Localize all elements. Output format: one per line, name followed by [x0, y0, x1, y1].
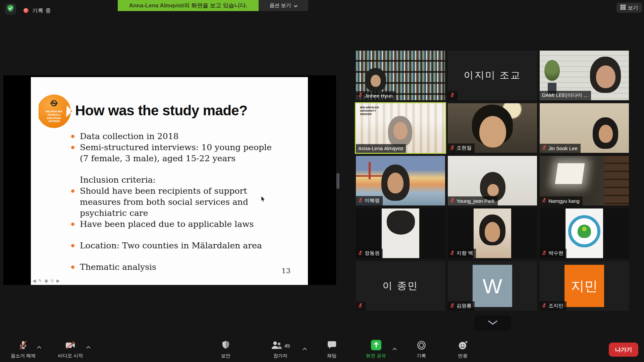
bullet-marker-icon [71, 265, 74, 269]
participant-tile[interactable]: 1967박수현 [540, 208, 629, 258]
participant-name-label: 조지민 [548, 303, 564, 309]
person-face [387, 173, 404, 193]
participant-name-tag: 박수현 [540, 249, 567, 258]
shield-icon [222, 341, 230, 351]
screen-viewing-banner: Anna-Lena Almqvist의 화면을 보고 있습니다. [118, 0, 259, 11]
mic-muted-icon [542, 303, 546, 309]
mic-muted-icon [450, 145, 454, 151]
participant-name-tag: 장동원 [356, 249, 383, 258]
reactions-icon [458, 341, 468, 351]
leave-meeting-button[interactable]: 나가기 [609, 343, 638, 357]
participant-tile[interactable]: Young_joon Park [448, 156, 537, 205]
prev-slide-icon[interactable]: ◀ [33, 278, 36, 283]
participant-tile[interactable]: Namgyu kang [540, 156, 629, 205]
participant-name-label: 이혜령 [365, 197, 380, 204]
recording-dot-icon [23, 8, 29, 13]
record-label: 기록 [417, 353, 426, 359]
person-silhouette [387, 210, 415, 235]
participant-tile[interactable]: DAMI LEE(이다미 ... [540, 51, 629, 100]
bullet-text: Semi-structured interviews: 10 young peo… [80, 142, 272, 153]
nav-menu-icon[interactable]: ◉ [44, 278, 48, 283]
video-off-icon [65, 341, 76, 350]
view-button[interactable]: 보기 [616, 3, 642, 13]
participant-center-name: 이 종민 [356, 261, 445, 311]
bullet-marker-icon [71, 135, 74, 138]
participant-tile[interactable]: Jinhee Hyun [356, 51, 445, 100]
record-button[interactable]: 기록 [408, 340, 435, 359]
bullet-text: Should have been recipients of support m… [80, 185, 272, 219]
share-label: 화면 공유 [366, 353, 386, 359]
participant-name-tag: 지향 백 [448, 249, 476, 258]
participant-center-name: 이지미 조교 [448, 51, 537, 100]
reactions-button[interactable]: 반응 [449, 340, 476, 359]
share-chevron-up-icon[interactable] [392, 346, 397, 352]
participant-tile[interactable]: MÄLARDALEN UNIVERSITY SWEDENAnna-Lena Al… [356, 103, 445, 153]
participants-icon [271, 341, 282, 351]
participant-name-tag [448, 91, 458, 100]
logo-year: 1967 [578, 235, 591, 237]
potted-tree [544, 60, 560, 81]
slide-bullet-item: (7 female, 3 male), aged 15-22 years [71, 153, 272, 164]
panel-resize-handle[interactable] [337, 173, 339, 189]
participants-label: 참가자 [273, 353, 287, 359]
person-face [371, 75, 381, 87]
gallery-collapse-button[interactable] [474, 315, 511, 330]
participant-tile[interactable]: 조현철 [448, 103, 537, 153]
bullet-text: Inclusion criteria: [80, 174, 156, 185]
mute-button[interactable]: 음소거 해제 [6, 340, 40, 359]
participant-tile[interactable]: 지민조지민 [540, 261, 629, 311]
mic-muted-icon [542, 198, 546, 204]
chat-button[interactable]: 채팅 [318, 340, 345, 359]
chevron-down-icon [294, 3, 298, 8]
view-button-label: 보기 [628, 5, 638, 11]
bookshelf-strip [605, 156, 629, 205]
security-button[interactable]: 보안 [212, 340, 239, 359]
next-slide-icon[interactable]: ▶ [56, 278, 60, 283]
mic-muted-icon [542, 250, 546, 256]
participant-name-tag: 김원룡 [448, 301, 475, 311]
chat-label: 채팅 [327, 353, 336, 359]
participant-tile[interactable]: 이혜령 [356, 156, 445, 205]
mute-label: 음소거 해제 [11, 353, 36, 359]
mic-muted-icon [450, 250, 454, 256]
participants-button[interactable]: 45참가자 [262, 340, 299, 359]
participant-name-label: 지향 백 [457, 250, 473, 256]
participant-tile[interactable]: W김원룡 [448, 261, 537, 311]
person-face [599, 125, 613, 143]
participants-chevron-up-icon[interactable] [303, 346, 307, 352]
share-screen-icon [371, 340, 381, 351]
participant-name-tag: 조현철 [448, 143, 475, 153]
university-logo: MÄLARDALENS HÖGSKOLA ESKILSTUNA VÄSTERÅS [39, 93, 72, 133]
participant-name-label: 조현철 [457, 145, 472, 151]
participant-tile[interactable]: 지향 백 [448, 208, 537, 258]
bullet-marker-icon [71, 244, 74, 247]
chat-icon [327, 341, 336, 350]
shield-check-icon [7, 4, 14, 14]
participant-name-tag: 이혜령 [356, 196, 383, 205]
video-button[interactable]: 비디오 시작 [54, 340, 87, 359]
security-shield-button[interactable] [5, 3, 16, 15]
participant-tile[interactable]: 장동원 [356, 208, 445, 258]
presentation-slide: MÄLARDALENS HÖGSKOLA ESKILSTUNA VÄSTERÅS… [31, 77, 308, 285]
slideshow-nav-controls[interactable]: ◀ ✎ ◉ ⊙ ▶ [33, 278, 60, 283]
mic-muted-icon [542, 145, 546, 151]
video-chevron-up-icon[interactable] [86, 344, 91, 350]
share-button[interactable]: 화면 공유 [359, 340, 393, 359]
pen-tool-icon[interactable]: ✎ [38, 278, 42, 283]
ceiling-light [555, 163, 585, 184]
mic-muted-icon [450, 303, 454, 309]
participant-name-label: 김원룡 [457, 303, 472, 309]
participant-tile[interactable]: Jin Sook Lee [540, 103, 629, 153]
bridge-tower [369, 162, 371, 179]
bullet-text: Location: Two counties in Mälardalen are… [80, 240, 262, 251]
person-face [596, 65, 615, 88]
participant-tile[interactable]: 이 종민 [356, 261, 445, 311]
view-options-button[interactable]: 옵션 보기 [259, 0, 308, 11]
bullet-marker-icon [71, 223, 74, 226]
mute-chevron-up-icon[interactable] [37, 344, 41, 350]
mic-muted-icon [358, 93, 363, 99]
view-options-label: 옵션 보기 [269, 2, 291, 9]
slide-page-number: 13 [281, 267, 290, 275]
participant-tile[interactable]: 이지미 조교 [448, 51, 537, 100]
nav-options-icon[interactable]: ⊙ [50, 278, 54, 283]
